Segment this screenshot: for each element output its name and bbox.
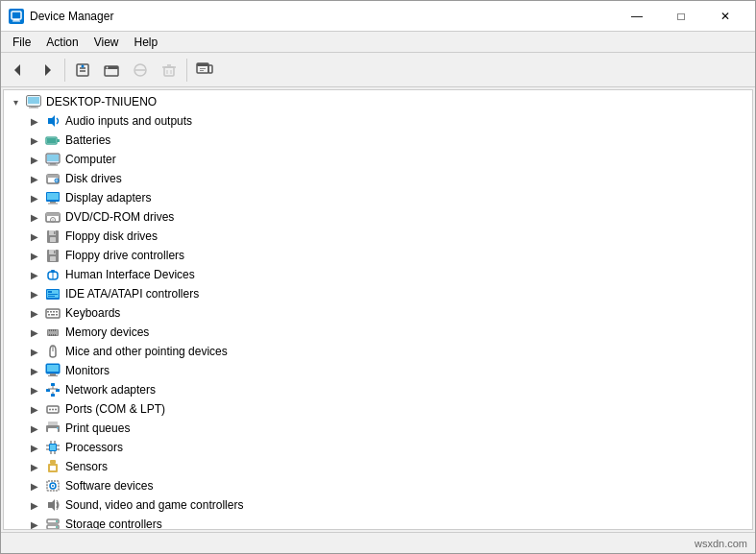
- svg-rect-76: [51, 329, 52, 331]
- list-item[interactable]: ▶ DVD/CD-ROM drives: [4, 207, 752, 227]
- svg-rect-70: [48, 314, 50, 316]
- mouse-icon: [44, 343, 61, 360]
- processor-icon: [44, 439, 61, 456]
- svg-rect-0: [12, 12, 21, 19]
- item-label: DVD/CD-ROM drives: [65, 210, 174, 224]
- item-label: Storage controllers: [65, 518, 162, 530]
- list-item[interactable]: ▶ Mice and other pointing devices: [4, 342, 752, 361]
- svg-rect-2: [12, 20, 20, 21]
- svg-point-124: [56, 526, 58, 528]
- print-icon: [44, 420, 61, 437]
- svg-rect-14: [164, 67, 174, 76]
- list-item[interactable]: ▶ Audio inputs and outputs: [4, 111, 752, 131]
- list-item[interactable]: ▶ Sensors: [4, 457, 752, 476]
- back-button[interactable]: [5, 57, 32, 84]
- list-item[interactable]: ▶ Processors: [4, 438, 752, 457]
- item-label: IDE ATA/ATAPI controllers: [65, 287, 199, 301]
- list-item[interactable]: ▶ Floppy drive controllers: [4, 246, 752, 265]
- svg-rect-72: [56, 314, 58, 316]
- expand-icon: ▶: [27, 421, 42, 436]
- expand-icon: ▶: [27, 152, 42, 167]
- software-icon: [44, 477, 61, 494]
- expand-icon: ▶: [27, 517, 42, 530]
- forward-button[interactable]: [34, 57, 61, 84]
- minimize-button[interactable]: —: [615, 1, 659, 32]
- svg-point-98: [52, 409, 54, 411]
- root-computer-icon: [25, 93, 42, 110]
- svg-point-11: [107, 66, 109, 68]
- svg-rect-43: [50, 202, 56, 204]
- svg-rect-28: [29, 108, 38, 108]
- svg-rect-26: [28, 97, 39, 104]
- menu-help[interactable]: Help: [127, 32, 166, 52]
- list-item[interactable]: ▶ Monitors: [4, 361, 752, 380]
- title-bar-controls: — □ ✕: [615, 1, 747, 32]
- svg-rect-36: [48, 165, 58, 166]
- disable-button[interactable]: [127, 57, 154, 84]
- sound-icon: [44, 496, 61, 514]
- svg-rect-27: [31, 106, 37, 108]
- close-button[interactable]: ✕: [703, 1, 747, 32]
- svg-rect-63: [48, 294, 58, 295]
- disk-icon: [44, 170, 61, 187]
- expand-icon: ▶: [27, 209, 42, 225]
- properties-button[interactable]: [69, 57, 96, 84]
- list-item[interactable]: ▶ Disk drives: [4, 169, 752, 188]
- list-item[interactable]: ▶ Software devices: [4, 476, 752, 495]
- svg-rect-22: [200, 68, 206, 69]
- uninstall-button[interactable]: [156, 57, 183, 84]
- scan-button[interactable]: [191, 57, 218, 84]
- svg-rect-42: [47, 193, 59, 200]
- menu-file[interactable]: File: [5, 32, 38, 52]
- svg-rect-65: [46, 309, 60, 318]
- expand-icon: ▶: [27, 305, 42, 321]
- item-label: Monitors: [65, 364, 110, 377]
- svg-rect-79: [49, 334, 50, 336]
- list-item[interactable]: ▶ Network adapters: [4, 380, 752, 399]
- floppy-icon: [44, 228, 61, 245]
- svg-rect-23: [200, 70, 204, 71]
- svg-rect-64: [48, 296, 55, 297]
- expand-icon: ▶: [27, 382, 42, 397]
- title-bar-left: Device Manager: [9, 9, 113, 24]
- list-item[interactable]: ▶ Batteries: [4, 131, 752, 150]
- expand-icon: ▶: [27, 190, 42, 205]
- toolbar-sep-2: [186, 59, 187, 82]
- device-tree[interactable]: ▾ DESKTOP-TNIUENO ▶: [3, 89, 753, 530]
- expand-icon: ▶: [27, 171, 42, 186]
- list-item[interactable]: ▶ Print queues: [4, 419, 752, 438]
- svg-point-119: [52, 485, 54, 487]
- item-label: Disk drives: [65, 172, 122, 185]
- list-item[interactable]: ▶ Sound, video and game controllers: [4, 495, 752, 515]
- list-item[interactable]: ▶ Floppy disk drives: [4, 227, 752, 246]
- list-item[interactable]: ▶ Keyboards: [4, 303, 752, 323]
- svg-rect-69: [56, 311, 58, 313]
- list-item[interactable]: ▶ Memory devices: [4, 323, 752, 342]
- svg-rect-82: [55, 334, 56, 336]
- svg-rect-86: [50, 373, 56, 375]
- tree-root[interactable]: ▾ DESKTOP-TNIUENO: [4, 92, 752, 111]
- list-item[interactable]: ▶ Storage controllers: [4, 515, 752, 530]
- svg-rect-77: [53, 329, 54, 331]
- item-label: Display adapters: [65, 191, 151, 205]
- svg-rect-55: [50, 256, 56, 261]
- app-icon: [9, 9, 24, 24]
- svg-rect-116: [50, 466, 56, 470]
- menu-bar: File Action View Help: [1, 32, 755, 53]
- list-item[interactable]: ▶ Computer: [4, 150, 752, 169]
- list-item[interactable]: ▶ Ports (COM & LPT): [4, 399, 752, 419]
- svg-marker-4: [45, 64, 51, 76]
- update-button[interactable]: [98, 57, 125, 84]
- list-item[interactable]: ▶ Human Interface Devices: [4, 265, 752, 284]
- svg-rect-62: [48, 291, 52, 293]
- svg-rect-38: [47, 175, 59, 178]
- item-label: Sound, video and game controllers: [65, 498, 243, 512]
- item-label: Audio inputs and outputs: [65, 114, 192, 128]
- maximize-button[interactable]: □: [659, 1, 703, 32]
- svg-rect-85: [47, 365, 59, 372]
- menu-action[interactable]: Action: [38, 32, 85, 52]
- list-item[interactable]: ▶ IDE ATA/ATAPI controllers: [4, 284, 752, 303]
- menu-view[interactable]: View: [86, 32, 127, 52]
- svg-point-40: [56, 180, 58, 181]
- list-item[interactable]: ▶ Display adapters: [4, 188, 752, 207]
